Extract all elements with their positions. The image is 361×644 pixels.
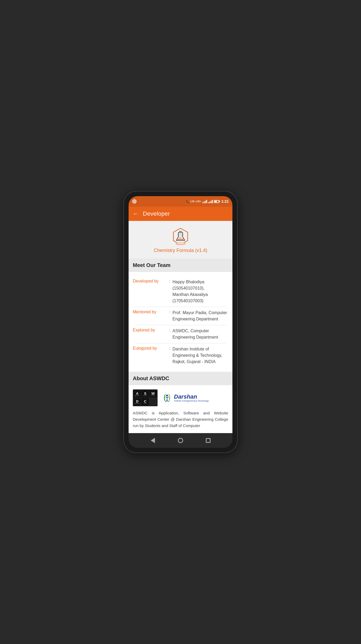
back-triangle-icon <box>151 438 155 443</box>
aswdc-cell-w: W Website <box>149 390 157 398</box>
developed-by-label: Developed by <box>133 279 167 284</box>
svg-point-4 <box>181 236 182 236</box>
team-section-header: Meet Our Team <box>129 259 232 272</box>
home-circle-icon <box>178 438 183 443</box>
nav-home-button[interactable] <box>175 435 186 446</box>
svg-text:Chemistry Formula: Chemistry Formula <box>175 243 186 245</box>
nav-recents-button[interactable] <box>203 435 213 446</box>
chemistry-logo: Chemistry Formula <box>171 227 190 246</box>
battery-fill <box>215 201 217 202</box>
svg-line-12 <box>166 400 167 402</box>
darshan-main-text: Darshan <box>174 394 209 400</box>
aswdc-cell-c: C Center <box>142 398 149 405</box>
about-card: A Application S Software W Website <box>129 385 232 433</box>
aswdc-logo: A Application S Software W Website <box>133 389 158 406</box>
team-row-explored: Explored by : ASWDC, Computer Engineerin… <box>133 325 228 343</box>
status-left <box>132 199 136 204</box>
status-bar: 📞 LTE LTE+ 1: <box>129 196 232 207</box>
phone-screen: 📞 LTE LTE+ 1: <box>129 196 232 448</box>
logo-section: Chemistry Formula Chemistry Formula (v1.… <box>129 221 232 259</box>
nav-back-button[interactable] <box>148 435 158 446</box>
eulogized-by-value: Darshan Institute of Engineering & Techn… <box>172 346 228 365</box>
explored-by-value: ASWDC, Computer Engineering Department <box>172 328 228 340</box>
team-row-developed: Developed by : Happy Bhalodiya (15054010… <box>133 276 228 307</box>
status-time: 1:21 <box>221 199 229 204</box>
svg-point-10 <box>166 395 168 396</box>
nav-bar <box>129 433 232 448</box>
notification-dot <box>132 199 136 204</box>
signal-bar-5 <box>208 202 209 203</box>
signal-bar-3 <box>205 201 206 203</box>
signal-bar-2 <box>204 201 204 203</box>
back-button[interactable]: ← <box>133 210 139 217</box>
darshan-logo: Darshan Institute of Engineering & Techn… <box>162 393 209 403</box>
about-section-header: About ASWDC <box>129 372 232 385</box>
explored-by-colon: : <box>169 328 170 333</box>
svg-marker-0 <box>173 228 188 245</box>
signal-bars-2 <box>208 200 213 203</box>
phone-frame: 📞 LTE LTE+ 1: <box>124 191 237 453</box>
app-content: Chemistry Formula Chemistry Formula (v1.… <box>129 221 232 433</box>
mentored-by-value: Prof. Mayur Padia, Computer Engineering … <box>172 310 228 322</box>
darshan-text: Darshan Institute of Engineering & Techn… <box>174 394 209 402</box>
mentored-by-colon: : <box>169 310 170 314</box>
darshan-icon-svg <box>162 393 172 403</box>
explored-by-label: Explored by <box>133 328 167 333</box>
signal-bar-8 <box>212 200 213 203</box>
lte-icon: 📞 <box>186 200 189 203</box>
lte-plus-badge: LTE+ <box>196 200 201 203</box>
battery-icon <box>214 200 219 203</box>
about-description: ASWDC is Application, Software and Websi… <box>133 410 228 429</box>
logos-row: A Application S Software W Website <box>133 389 228 406</box>
developed-by-value: Happy Bhalodiya (150540107010),Manthan A… <box>172 279 228 304</box>
signal-bar-6 <box>209 201 210 203</box>
signal-bar-4 <box>206 200 207 203</box>
page-title: Developer <box>143 210 170 217</box>
status-icons: 📞 LTE LTE+ 1: <box>186 199 229 204</box>
svg-line-13 <box>167 400 168 402</box>
lte-badge: LTE <box>190 200 194 203</box>
darshan-sub-text: Institute of Engineering & Technology <box>174 400 209 402</box>
signal-bar-1 <box>202 202 203 203</box>
aswdc-cell-s: S Software <box>142 390 149 398</box>
svg-point-5 <box>180 237 181 238</box>
eulogized-by-label: Eulogized by <box>133 346 167 351</box>
team-card: Developed by : Happy Bhalodiya (15054010… <box>129 272 232 372</box>
aswdc-cell-a: A Application <box>134 390 141 398</box>
app-bar: ← Developer <box>129 207 232 221</box>
developed-by-colon: : <box>169 279 170 284</box>
team-row-eulogized: Eulogized by : Darshan Institute of Engi… <box>133 343 228 368</box>
aswdc-cell-d: D Development <box>134 398 141 405</box>
app-name-label: Chemistry Formula (v1.4) <box>154 248 207 253</box>
signal-bars <box>202 200 207 203</box>
recents-square-icon <box>206 438 211 443</box>
signal-bar-7 <box>211 201 212 203</box>
team-row-mentored: Mentored by : Prof. Mayur Padia, Compute… <box>133 307 228 325</box>
mentored-by-label: Mentored by <box>133 310 167 314</box>
eulogized-by-colon: : <box>169 346 170 351</box>
